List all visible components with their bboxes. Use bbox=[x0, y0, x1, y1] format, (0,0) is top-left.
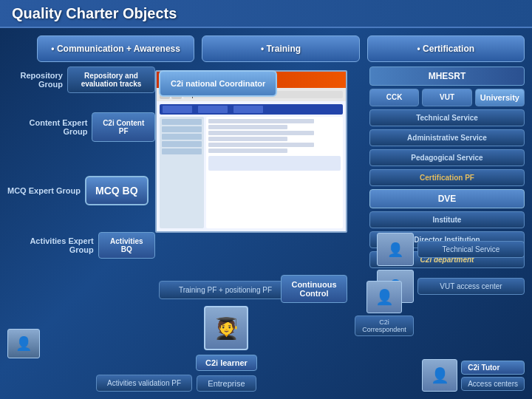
c2i-correspondent-box: C2i Correspondent bbox=[355, 316, 414, 336]
c2i-tutor-photo: 👤 bbox=[422, 359, 457, 392]
entreprise-label: Entreprise bbox=[197, 375, 256, 392]
c2i-tutor-label: C2i Tutor bbox=[468, 364, 499, 372]
page-title: Quality Charter Objects bbox=[12, 5, 177, 22]
entreprise-text: Entreprise bbox=[208, 379, 245, 388]
title-bar: Quality Charter Objects bbox=[0, 0, 532, 28]
vut-label: VUT bbox=[440, 93, 454, 101]
c2i-correspondent-photo: 👤 bbox=[366, 281, 402, 313]
ss-sidebar-item-1 bbox=[162, 119, 202, 125]
continuous-control-label: Continuous Control bbox=[291, 280, 336, 298]
vut-access-center-label: VUT access center bbox=[440, 282, 502, 290]
dve-label: DVE bbox=[438, 194, 457, 204]
ss-line-4 bbox=[208, 137, 287, 141]
mcq-box: MCQ BQ bbox=[85, 176, 149, 205]
training-button[interactable]: • Training bbox=[202, 35, 359, 62]
technical-service-2-label: Technical Service bbox=[443, 245, 500, 253]
ss-sidebar-item-3 bbox=[162, 134, 202, 140]
activities-expert-group-label: Activities Expert Group bbox=[7, 236, 94, 254]
technical-service-2-box: Technical Service bbox=[417, 241, 525, 258]
c2i-tutor-box: C2i Tutor bbox=[461, 361, 525, 375]
ss-line-6 bbox=[208, 149, 287, 153]
ss-line-1 bbox=[208, 119, 314, 123]
c2i-learner-label: C2i learner bbox=[196, 355, 257, 371]
c2i-learner-text: C2i learner bbox=[205, 358, 248, 367]
c2i-tutor-row: 👤 C2i Tutor Access centers bbox=[422, 359, 525, 392]
institute-label: Institute bbox=[433, 216, 462, 224]
ss-sidebar-item-5 bbox=[162, 149, 202, 154]
technical-service-2-row: 👤 Technical Service bbox=[377, 233, 525, 266]
access-centers-label: Access centers bbox=[468, 380, 518, 388]
certification-pf-label: Certification PF bbox=[420, 174, 474, 182]
mcq-label: MCQ BQ bbox=[95, 185, 138, 197]
c2i-coordinator-box: C2i national Coordinator bbox=[159, 70, 277, 97]
access-centers-box: Access centers bbox=[461, 377, 525, 391]
content-expert-group-label: Content Expert Group bbox=[7, 118, 87, 136]
vut-box: VUT bbox=[422, 89, 471, 106]
certification-pf-box: Certification PF bbox=[369, 169, 525, 186]
cck-label: CCK bbox=[386, 93, 403, 101]
top-buttons-row: • Communication + Awareness • Training •… bbox=[37, 35, 525, 62]
training-pf-box: Training PF + positioning PF bbox=[159, 281, 292, 299]
technical-service-1-label: Technical Service bbox=[416, 114, 478, 122]
comm-button[interactable]: • Communication + Awareness bbox=[37, 35, 194, 62]
activities-label: Activities BQ bbox=[110, 237, 143, 253]
c2i-tutor-labels: C2i Tutor Access centers bbox=[461, 361, 525, 391]
activities-box: Activities BQ bbox=[98, 232, 155, 259]
cck-box: CCK bbox=[369, 89, 419, 106]
cert-button[interactable]: • Certification bbox=[367, 35, 525, 62]
ss-line-2 bbox=[208, 125, 287, 129]
continuous-control-box: Continuous Control bbox=[281, 275, 347, 303]
activities-photo-row: 👤 bbox=[7, 329, 40, 358]
activities-validation-box: Activities validation PF bbox=[96, 375, 192, 392]
administrative-service-label: Administrative Service bbox=[407, 134, 487, 142]
mcq-expert-group-label: MCQ Expert Group bbox=[7, 186, 81, 195]
technical-service-1-box: Technical Service bbox=[369, 109, 525, 126]
repository-label: Repository and evaluation tracks bbox=[81, 72, 142, 88]
repository-box: Repository and evaluation tracks bbox=[67, 66, 155, 93]
c2i-content-box: C2i Content PF bbox=[92, 112, 155, 142]
learner-area: 🧑‍🎓 C2i learner Entreprise bbox=[196, 306, 257, 392]
ss-line-5 bbox=[208, 143, 314, 147]
cck-vut-row: CCK VUT University bbox=[369, 89, 525, 106]
ss-sidebar-item-2 bbox=[162, 126, 202, 132]
ss-sidebar bbox=[160, 117, 204, 228]
repository-group-label: Repository Group bbox=[7, 71, 63, 89]
comm-label: • Communication + Awareness bbox=[51, 44, 180, 54]
activities-photo: 👤 bbox=[7, 329, 40, 358]
c2i-correspondent-area: 👤 C2i Correspondent bbox=[355, 281, 414, 336]
pedagogical-service-box: Pedagogical Service bbox=[369, 149, 525, 166]
vut-access-center-box: VUT access center bbox=[417, 278, 525, 295]
c2i-coordinator-label: C2i national Coordinator bbox=[171, 79, 265, 88]
mhesrt-header: MHESRT bbox=[369, 66, 525, 86]
learner-photo: 🧑‍🎓 bbox=[204, 306, 248, 350]
ss-menu bbox=[160, 104, 343, 115]
technical-photo: 👤 bbox=[377, 233, 414, 266]
ss-line-3 bbox=[208, 131, 314, 135]
left-panel: Repository Group Repository and evaluati… bbox=[7, 66, 155, 259]
ss-menu-item-1 bbox=[163, 106, 192, 113]
cert-label: • Certification bbox=[417, 44, 475, 54]
mhesrt-label: MHESRT bbox=[429, 71, 466, 81]
administrative-service-box: Administrative Service bbox=[369, 129, 525, 146]
mcq-expert-group-row: MCQ Expert Group MCQ BQ bbox=[7, 176, 155, 205]
activities-validation-label: Activities validation PF bbox=[107, 379, 181, 387]
content-expert-group-row: Content Expert Group C2i Content PF bbox=[7, 112, 155, 142]
training-label: • Training bbox=[261, 44, 301, 54]
university-label: University bbox=[480, 93, 519, 102]
ss-menu-item-2 bbox=[198, 106, 228, 113]
activities-expert-group-row: Activities Expert Group Activities BQ bbox=[7, 232, 155, 259]
institute-box: Institute bbox=[369, 211, 525, 228]
repository-group-row: Repository Group Repository and evaluati… bbox=[7, 66, 155, 93]
pedagogical-service-label: Pedagogical Service bbox=[411, 154, 482, 162]
screenshot-body bbox=[157, 101, 346, 231]
ss-main bbox=[206, 117, 343, 228]
ss-sidebar-item-4 bbox=[162, 141, 202, 147]
c2i-content-label: C2i Content PF bbox=[103, 119, 144, 135]
university-box: University bbox=[475, 89, 525, 106]
c2i-correspondent-label: C2i Correspondent bbox=[362, 318, 406, 333]
ss-menu-item-3 bbox=[233, 106, 263, 113]
ss-content-area bbox=[160, 117, 343, 228]
training-pf-label: Training PF + positioning PF bbox=[179, 286, 272, 294]
dve-box: DVE bbox=[369, 189, 525, 208]
